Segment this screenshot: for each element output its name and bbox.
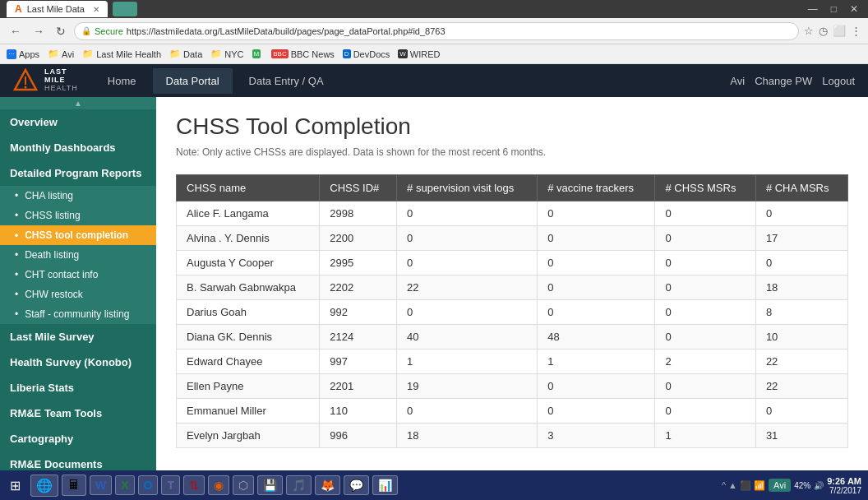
address-bar[interactable]: 🔒 Secure https://lastmiledata.org/LastMi… [74,22,799,40]
close-button[interactable]: ✕ [847,3,861,15]
sidebar-item-monthly-dashboards[interactable]: Monthly Dashboards [0,135,156,160]
taskbar-firefox[interactable]: 🦊 [315,475,340,495]
taskbar-teams[interactable]: T [161,475,180,495]
bookmark-wired[interactable]: W WIRED [398,49,440,59]
logo-line3: HEALTH [44,85,78,93]
table-row[interactable]: Ellen Payne 2201 19 0 0 22 [177,374,848,399]
bookmark-nyc[interactable]: 📁 NYC [210,49,243,59]
secure-icon: 🔒 [81,26,91,35]
active-tab[interactable]: A Last Mile Data ✕ [7,1,108,17]
forward-button[interactable]: → [30,23,48,39]
sidebar-item-chss-listing[interactable]: CHSS listing [0,206,156,225]
taskbar-outlook[interactable]: O [138,475,159,495]
cell-id: 2201 [320,374,397,399]
bookmark-data[interactable]: 📁 Data [169,49,202,59]
taskbar-app-circle[interactable]: ◉ [208,475,229,495]
cell-id: 2202 [320,275,397,300]
taskbar-chrome[interactable]: 🌐 [30,475,58,497]
bookmark-m[interactable]: M [252,49,264,58]
nav-logout[interactable]: Logout [822,75,855,87]
table-row[interactable]: Augusta Y Cooper 2995 0 0 0 0 [177,251,848,275]
inactive-tab[interactable] [113,2,137,16]
sidebar-item-cht-contact-info[interactable]: CHT contact info [0,265,156,285]
taskbar-filezilla[interactable]: ⇅ [183,475,205,495]
sidebar-item-detailed-program-reports[interactable]: Detailed Program Reports [0,160,156,186]
reload-button[interactable]: ↻ [53,23,69,39]
table-row[interactable]: Alvina . Y. Dennis 2200 0 0 0 17 [177,226,848,251]
nav-change-pw[interactable]: Change PW [755,75,812,87]
back-button[interactable]: ← [7,23,25,39]
history-icon[interactable]: ◷ [819,25,828,37]
sidebar-item-liberia-stats[interactable]: Liberia Stats [0,375,156,400]
sidebar-item-chss-tool-completion[interactable]: CHSS tool completion [0,225,156,245]
maximize-button[interactable]: □ [828,3,840,15]
page-note: Note: Only active CHSSs are displayed. D… [176,146,848,158]
col-header-id: CHSS ID# [320,175,397,201]
sidebar-item-cha-listing[interactable]: CHA listing [0,186,156,206]
cell-vaccine: 0 [538,300,655,325]
cell-name: Evelyn Jargbah [177,424,320,448]
sidebar-item-health-survey[interactable]: Health Survey (Konobo) [0,350,156,375]
bookmark-avi[interactable]: 📁 Avi [48,49,74,59]
extensions-icon[interactable]: ⬜ [833,25,846,37]
taskbar-excel[interactable]: X [115,475,134,495]
nav-data-entry[interactable]: Data Entry / QA [236,68,337,94]
cell-supervision: 22 [397,275,538,300]
col-header-vaccine: # vaccine trackers [538,175,655,201]
menu-icon[interactable]: ⋮ [851,25,861,37]
teams-icon: T [167,479,174,492]
table-row[interactable]: Diana GK. Dennis 2124 40 48 0 10 [177,325,848,350]
sidebar-item-cartography[interactable]: Cartography [0,426,156,451]
bookmark-devdocs[interactable]: D DevDocs [343,49,390,59]
bookmark-lmh-label: Last Mile Health [96,49,161,59]
scroll-up-indicator: ▲ [0,97,156,109]
sidebar-item-death-listing[interactable]: Death listing [0,245,156,265]
cell-cha-msr: 0 [755,201,847,226]
minimize-button[interactable]: — [805,3,821,15]
cell-name: Darius Goah [177,300,320,325]
taskbar-db[interactable]: 💾 [257,475,283,495]
bookmark-bbc-label: BBC News [291,49,335,59]
cell-id: 2998 [320,201,397,226]
apps-icon: ⋯ [7,49,16,59]
folder-icon: 📁 [82,49,94,59]
cell-supervision: 1 [397,350,538,374]
cell-chss-msr: 0 [655,325,755,350]
sidebar-item-staff-community-listing[interactable]: Staff - community listing [0,304,156,324]
bookmark-lmh[interactable]: 📁 Last Mile Health [82,49,161,59]
bbc-icon: BBC [271,49,288,58]
table-row[interactable]: Alice F. Langama 2998 0 0 0 0 [177,201,848,226]
table-row[interactable]: Emmanuel Miller 110 0 0 0 0 [177,399,848,424]
table-row[interactable]: Darius Goah 992 0 0 0 8 [177,300,848,325]
taskbar-chat[interactable]: 💬 [344,475,369,495]
cell-cha-msr: 31 [755,424,847,448]
bookmark-bbc[interactable]: BBC BBC News [271,49,335,59]
table-row[interactable]: Edward Chayee 997 1 1 2 22 [177,350,848,374]
taskbar-word[interactable]: W [90,475,112,495]
sidebar: ▲ Overview Monthly Dashboards Detailed P… [0,97,156,500]
cell-vaccine: 0 [538,399,655,424]
cell-vaccine: 0 [538,201,655,226]
app-container: LAST MILE HEALTH Home Data Portal Data E… [0,64,868,500]
nav-data-portal[interactable]: Data Portal [153,68,233,94]
sidebar-item-rme-team-tools[interactable]: RM&E Team Tools [0,400,156,426]
table-row[interactable]: B. Sarwah Gabnwakpa 2202 22 0 0 18 [177,275,848,300]
cell-name: B. Sarwah Gabnwakpa [177,275,320,300]
sidebar-item-overview[interactable]: Overview [0,109,156,135]
sidebar-item-chw-restock[interactable]: CHW restock [0,285,156,304]
sidebar-item-last-mile-survey[interactable]: Last Mile Survey [0,324,156,350]
bookmark-apps[interactable]: ⋯ Apps [7,49,39,59]
cell-cha-msr: 0 [755,399,847,424]
taskbar-calculator[interactable]: 🖩 [62,475,86,496]
taskbar-unity[interactable]: ⬡ [233,475,254,495]
secure-label: Secure [95,26,123,36]
taskbar-stats[interactable]: 📊 [372,475,398,495]
nav-home[interactable]: Home [95,68,150,94]
table-row[interactable]: Evelyn Jargbah 996 18 3 1 31 [177,424,848,448]
taskbar-music[interactable]: 🎵 [286,475,312,495]
bookmark-star-icon[interactable]: ☆ [804,25,814,37]
bookmark-wired-label: WIRED [410,49,441,59]
start-button[interactable]: ⊞ [3,475,27,497]
tab-close-button[interactable]: ✕ [93,5,99,14]
cell-chss-msr: 0 [655,399,755,424]
